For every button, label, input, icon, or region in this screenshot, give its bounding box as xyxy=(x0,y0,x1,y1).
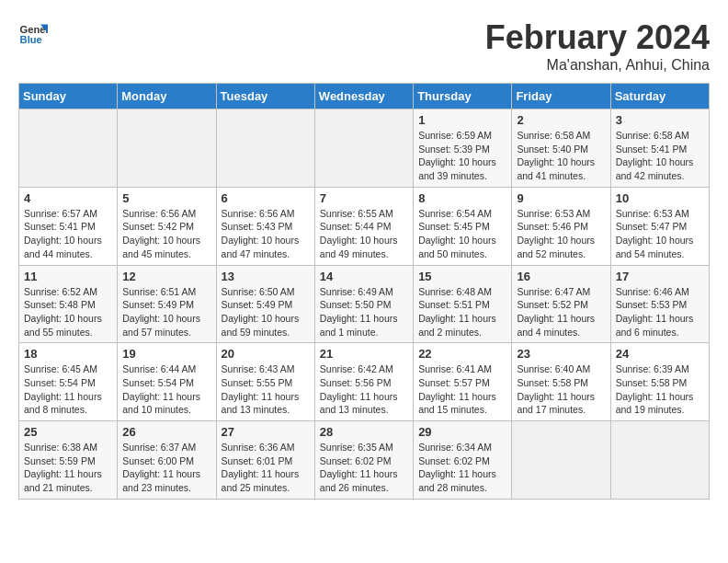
day-number: 6 xyxy=(222,191,310,205)
calendar-day-cell: 5Sunrise: 6:56 AM Sunset: 5:42 PM Daylig… xyxy=(118,187,216,265)
calendar-day-cell: 7Sunrise: 6:55 AM Sunset: 5:44 PM Daylig… xyxy=(314,187,413,265)
svg-text:Blue: Blue xyxy=(20,34,42,45)
calendar-day-cell xyxy=(19,109,118,188)
day-info: Sunrise: 6:49 AM Sunset: 5:50 PM Dayligh… xyxy=(320,285,408,339)
day-info: Sunrise: 6:42 AM Sunset: 5:56 PM Dayligh… xyxy=(320,362,408,417)
day-info: Sunrise: 6:52 AM Sunset: 5:48 PM Dayligh… xyxy=(24,285,112,339)
day-info: Sunrise: 6:59 AM Sunset: 5:39 PM Dayligh… xyxy=(418,129,506,183)
day-info: Sunrise: 6:35 AM Sunset: 6:02 PM Dayligh… xyxy=(320,441,408,495)
calendar-day-cell: 13Sunrise: 6:50 AM Sunset: 5:49 PM Dayli… xyxy=(216,265,314,343)
day-info: Sunrise: 6:58 AM Sunset: 5:40 PM Dayligh… xyxy=(517,129,605,183)
calendar-day-cell: 27Sunrise: 6:36 AM Sunset: 6:01 PM Dayli… xyxy=(216,421,314,500)
calendar-day-cell: 22Sunrise: 6:41 AM Sunset: 5:57 PM Dayli… xyxy=(414,343,512,421)
calendar-day-cell: 10Sunrise: 6:53 AM Sunset: 5:47 PM Dayli… xyxy=(610,187,709,265)
day-number: 29 xyxy=(418,425,506,439)
calendar-day-cell: 1Sunrise: 6:59 AM Sunset: 5:39 PM Daylig… xyxy=(414,109,512,188)
calendar-day-cell xyxy=(216,109,314,188)
calendar-day-cell: 28Sunrise: 6:35 AM Sunset: 6:02 PM Dayli… xyxy=(314,421,413,500)
day-info: Sunrise: 6:56 AM Sunset: 5:43 PM Dayligh… xyxy=(222,207,310,261)
calendar-day-cell: 15Sunrise: 6:48 AM Sunset: 5:51 PM Dayli… xyxy=(414,265,512,343)
day-info: Sunrise: 6:34 AM Sunset: 6:02 PM Dayligh… xyxy=(418,441,506,495)
calendar-day-cell: 24Sunrise: 6:39 AM Sunset: 5:58 PM Dayli… xyxy=(610,343,709,421)
day-number: 7 xyxy=(320,191,408,205)
day-info: Sunrise: 6:47 AM Sunset: 5:52 PM Dayligh… xyxy=(517,285,605,339)
weekday-header-cell: Friday xyxy=(512,84,610,109)
calendar-week-row: 25Sunrise: 6:38 AM Sunset: 5:59 PM Dayli… xyxy=(19,421,710,500)
calendar-day-cell: 21Sunrise: 6:42 AM Sunset: 5:56 PM Dayli… xyxy=(314,343,413,421)
day-info: Sunrise: 6:39 AM Sunset: 5:58 PM Dayligh… xyxy=(616,362,704,417)
day-number: 15 xyxy=(418,270,506,283)
day-number: 10 xyxy=(616,191,704,205)
weekday-header-cell: Thursday xyxy=(414,84,512,109)
day-number: 19 xyxy=(122,347,210,361)
day-number: 8 xyxy=(418,191,506,205)
day-info: Sunrise: 6:38 AM Sunset: 5:59 PM Dayligh… xyxy=(24,441,112,495)
day-number: 22 xyxy=(418,347,506,361)
weekday-header-row: SundayMondayTuesdayWednesdayThursdayFrid… xyxy=(19,84,710,109)
day-info: Sunrise: 6:58 AM Sunset: 5:41 PM Dayligh… xyxy=(616,129,704,183)
calendar-day-cell xyxy=(512,421,610,500)
day-number: 5 xyxy=(122,191,210,205)
day-number: 25 xyxy=(24,425,112,439)
calendar-day-cell: 4Sunrise: 6:57 AM Sunset: 5:41 PM Daylig… xyxy=(19,187,118,265)
calendar-day-cell xyxy=(314,109,413,188)
logo-icon: General Blue xyxy=(18,18,48,48)
weekday-header-cell: Sunday xyxy=(19,84,118,109)
month-title: February 2024 xyxy=(485,18,710,57)
calendar-day-cell: 8Sunrise: 6:54 AM Sunset: 5:45 PM Daylig… xyxy=(414,187,512,265)
location-title: Ma'anshan, Anhui, China xyxy=(485,57,710,74)
day-number: 16 xyxy=(517,270,605,283)
day-number: 3 xyxy=(616,113,704,127)
day-number: 12 xyxy=(122,270,210,283)
calendar-day-cell xyxy=(118,109,216,188)
day-number: 9 xyxy=(517,191,605,205)
calendar-day-cell: 17Sunrise: 6:46 AM Sunset: 5:53 PM Dayli… xyxy=(610,265,709,343)
calendar-day-cell: 26Sunrise: 6:37 AM Sunset: 6:00 PM Dayli… xyxy=(118,421,216,500)
day-info: Sunrise: 6:56 AM Sunset: 5:42 PM Dayligh… xyxy=(122,207,210,261)
day-info: Sunrise: 6:55 AM Sunset: 5:44 PM Dayligh… xyxy=(320,207,408,261)
calendar-day-cell: 23Sunrise: 6:40 AM Sunset: 5:58 PM Dayli… xyxy=(512,343,610,421)
day-info: Sunrise: 6:44 AM Sunset: 5:54 PM Dayligh… xyxy=(122,362,210,417)
weekday-header-cell: Saturday xyxy=(610,84,709,109)
day-info: Sunrise: 6:54 AM Sunset: 5:45 PM Dayligh… xyxy=(418,207,506,261)
day-number: 17 xyxy=(616,270,704,283)
calendar-week-row: 11Sunrise: 6:52 AM Sunset: 5:48 PM Dayli… xyxy=(19,265,710,343)
calendar-day-cell: 25Sunrise: 6:38 AM Sunset: 5:59 PM Dayli… xyxy=(19,421,118,500)
calendar-week-row: 18Sunrise: 6:45 AM Sunset: 5:54 PM Dayli… xyxy=(19,343,710,421)
weekday-header-cell: Tuesday xyxy=(216,84,314,109)
calendar-week-row: 4Sunrise: 6:57 AM Sunset: 5:41 PM Daylig… xyxy=(19,187,710,265)
day-info: Sunrise: 6:41 AM Sunset: 5:57 PM Dayligh… xyxy=(418,362,506,417)
day-number: 20 xyxy=(222,347,310,361)
day-number: 11 xyxy=(24,270,112,283)
title-block: February 2024 Ma'anshan, Anhui, China xyxy=(485,18,710,74)
day-number: 13 xyxy=(222,270,310,283)
day-info: Sunrise: 6:45 AM Sunset: 5:54 PM Dayligh… xyxy=(24,362,112,417)
calendar-week-row: 1Sunrise: 6:59 AM Sunset: 5:39 PM Daylig… xyxy=(19,109,710,188)
calendar-day-cell: 16Sunrise: 6:47 AM Sunset: 5:52 PM Dayli… xyxy=(512,265,610,343)
calendar-body: 1Sunrise: 6:59 AM Sunset: 5:39 PM Daylig… xyxy=(19,109,710,500)
day-number: 26 xyxy=(122,425,210,439)
calendar-day-cell: 29Sunrise: 6:34 AM Sunset: 6:02 PM Dayli… xyxy=(414,421,512,500)
day-number: 21 xyxy=(320,347,408,361)
calendar-day-cell: 11Sunrise: 6:52 AM Sunset: 5:48 PM Dayli… xyxy=(19,265,118,343)
page-header: General Blue February 2024 Ma'anshan, An… xyxy=(18,18,710,74)
calendar-day-cell: 12Sunrise: 6:51 AM Sunset: 5:49 PM Dayli… xyxy=(118,265,216,343)
calendar-day-cell: 14Sunrise: 6:49 AM Sunset: 5:50 PM Dayli… xyxy=(314,265,413,343)
day-number: 2 xyxy=(517,113,605,127)
calendar-day-cell: 6Sunrise: 6:56 AM Sunset: 5:43 PM Daylig… xyxy=(216,187,314,265)
day-number: 24 xyxy=(616,347,704,361)
day-number: 28 xyxy=(320,425,408,439)
day-info: Sunrise: 6:40 AM Sunset: 5:58 PM Dayligh… xyxy=(517,362,605,417)
day-number: 23 xyxy=(517,347,605,361)
weekday-header-cell: Monday xyxy=(118,84,216,109)
day-number: 27 xyxy=(222,425,310,439)
day-info: Sunrise: 6:46 AM Sunset: 5:53 PM Dayligh… xyxy=(616,285,704,339)
weekday-header-cell: Wednesday xyxy=(314,84,413,109)
day-info: Sunrise: 6:37 AM Sunset: 6:00 PM Dayligh… xyxy=(122,441,210,495)
day-info: Sunrise: 6:43 AM Sunset: 5:55 PM Dayligh… xyxy=(222,362,310,417)
day-number: 14 xyxy=(320,270,408,283)
calendar-day-cell xyxy=(610,421,709,500)
day-number: 4 xyxy=(24,191,112,205)
day-number: 18 xyxy=(24,347,112,361)
calendar-day-cell: 3Sunrise: 6:58 AM Sunset: 5:41 PM Daylig… xyxy=(610,109,709,188)
